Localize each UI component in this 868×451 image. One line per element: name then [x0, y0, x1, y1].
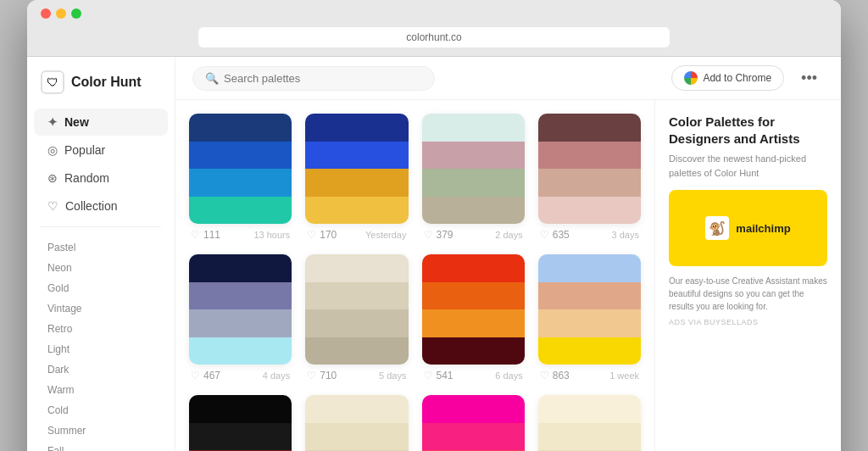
swatch-9-0: [189, 395, 292, 423]
palette-likes-8[interactable]: ♡863: [540, 370, 570, 381]
palette-swatches-8: [538, 254, 641, 365]
palette-likes-1[interactable]: ♡111: [191, 229, 220, 241]
palette-likes-7[interactable]: ♡541: [424, 370, 453, 381]
palette-card-4[interactable]: ♡6353 days: [538, 114, 641, 241]
ad-banner[interactable]: 🐒 mailchimp: [669, 190, 827, 266]
app-layout: 🛡 Color Hunt ✦ New ◎ Popular ⊛ Random ♡ …: [27, 57, 841, 451]
palette-time-3: 2 days: [495, 230, 522, 240]
palette-likes-5[interactable]: ♡467: [191, 370, 220, 381]
heart-icon: ♡: [424, 229, 433, 241]
palette-card-7[interactable]: ♡5416 days: [422, 254, 525, 381]
swatch-6-3: [305, 337, 408, 365]
tag-summer[interactable]: Summer: [27, 420, 175, 441]
likes-count: 111: [203, 229, 220, 241]
swatch-12-0: [538, 395, 641, 423]
palette-likes-6[interactable]: ♡710: [307, 370, 337, 381]
palette-card-5[interactable]: ♡4674 days: [189, 254, 292, 381]
tag-cold[interactable]: Cold: [27, 400, 175, 420]
heart-icon: ♡: [191, 370, 200, 381]
palette-likes-2[interactable]: ♡170: [307, 229, 337, 241]
palette-swatches-1: [189, 114, 292, 224]
nav-divider: [41, 226, 161, 227]
palette-likes-3[interactable]: ♡379: [424, 229, 453, 241]
swatch-3-1: [422, 142, 525, 170]
palette-swatches-11: [422, 395, 525, 451]
sidebar-item-popular[interactable]: ◎ Popular: [34, 136, 168, 164]
browser-dots: [41, 8, 827, 19]
palette-card-12[interactable]: ♡5021 week: [538, 395, 641, 451]
swatch-3-3: [422, 197, 525, 225]
swatch-6-0: [305, 254, 408, 282]
dot-minimize[interactable]: [56, 8, 66, 19]
add-to-chrome-button[interactable]: Add to Chrome: [671, 65, 784, 91]
palette-card-8[interactable]: ♡8631 week: [538, 254, 641, 381]
palette-card-9[interactable]: ♡2201 week: [189, 395, 292, 451]
palette-meta-7: ♡5416 days: [422, 370, 525, 381]
swatch-5-3: [189, 337, 292, 365]
palette-time-1: 13 hours: [253, 230, 290, 240]
palette-card-6[interactable]: ♡7105 days: [305, 254, 408, 381]
tag-light[interactable]: Light: [27, 339, 175, 359]
tag-vintage[interactable]: Vintage: [27, 298, 175, 319]
palette-likes-4[interactable]: ♡635: [540, 229, 570, 241]
tag-retro[interactable]: Retro: [27, 319, 175, 339]
swatch-10-0: [305, 395, 408, 423]
tag-pastel[interactable]: Pastel: [27, 237, 175, 258]
swatch-5-2: [189, 309, 292, 337]
heart-icon: ♡: [540, 229, 549, 241]
popular-icon: ◎: [47, 143, 58, 157]
tag-dark[interactable]: Dark: [27, 359, 175, 380]
sidebar-item-random-label: Random: [64, 171, 109, 185]
palette-card-11[interactable]: ♡4451 week: [422, 395, 525, 451]
palette-meta-4: ♡6353 days: [538, 229, 641, 241]
likes-count: 467: [203, 370, 220, 381]
dot-maximize[interactable]: [71, 8, 81, 19]
likes-count: 710: [320, 370, 337, 381]
swatch-2-3: [305, 197, 408, 225]
tag-neon[interactable]: Neon: [27, 258, 175, 278]
palette-swatches-2: [305, 114, 408, 224]
palette-meta-2: ♡170Yesterday: [305, 229, 408, 241]
palette-meta-3: ♡3792 days: [422, 229, 525, 241]
tag-gold[interactable]: Gold: [27, 278, 175, 298]
sidebar-item-collection[interactable]: ♡ Collection: [34, 192, 168, 220]
palette-card-2[interactable]: ♡170Yesterday: [305, 114, 408, 241]
palette-swatches-10: [305, 395, 408, 451]
likes-count: 170: [320, 229, 337, 241]
search-input[interactable]: [224, 72, 422, 85]
tag-fall[interactable]: Fall: [27, 441, 175, 451]
swatch-1-3: [189, 197, 292, 225]
palette-card-10[interactable]: ♡3181 week: [305, 395, 408, 451]
browser-chrome: colorhunt.co: [27, 0, 841, 57]
palette-card-3[interactable]: ♡3792 days: [422, 114, 525, 241]
content-row: ♡11113 hours♡170Yesterday♡3792 days♡6353…: [175, 100, 841, 451]
palette-card-1[interactable]: ♡11113 hours: [189, 114, 292, 241]
swatch-2-0: [305, 114, 408, 142]
palette-swatches-5: [189, 254, 292, 365]
swatch-1-1: [189, 142, 292, 170]
swatch-8-3: [538, 337, 641, 365]
swatch-1-2: [189, 169, 292, 197]
swatch-12-1: [538, 423, 641, 451]
sidebar-item-random[interactable]: ⊛ Random: [34, 164, 168, 192]
search-box[interactable]: 🔍: [192, 66, 435, 91]
heart-icon: ♡: [424, 370, 433, 381]
swatch-5-0: [189, 254, 292, 282]
swatch-7-1: [422, 282, 525, 310]
sidebar-item-new[interactable]: ✦ New: [34, 109, 168, 136]
palette-time-7: 6 days: [495, 370, 522, 381]
swatch-8-0: [538, 254, 641, 282]
add-chrome-label: Add to Chrome: [703, 72, 771, 84]
palette-grid: ♡11113 hours♡170Yesterday♡3792 days♡6353…: [189, 114, 641, 451]
swatch-6-2: [305, 309, 408, 337]
swatch-4-1: [538, 142, 641, 170]
swatch-4-2: [538, 169, 641, 197]
address-bar[interactable]: colorhunt.co: [198, 27, 670, 47]
dot-close[interactable]: [41, 8, 51, 19]
heart-icon: ♡: [540, 370, 549, 381]
more-options-button[interactable]: •••: [794, 66, 824, 91]
tag-warm[interactable]: Warm: [27, 380, 175, 400]
mailchimp-logo: 🐒 mailchimp: [705, 216, 790, 240]
brand-icon: 🛡: [41, 70, 64, 94]
likes-count: 379: [437, 229, 453, 241]
